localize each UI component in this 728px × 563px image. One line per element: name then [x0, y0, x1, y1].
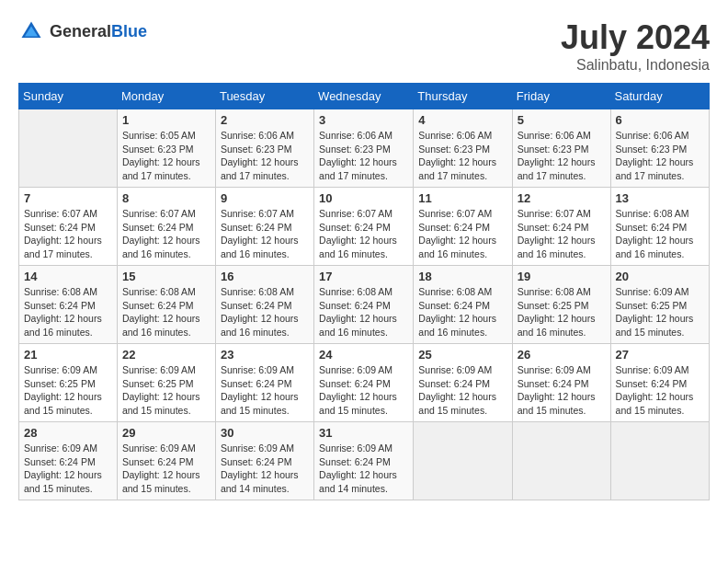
day-info: Sunrise: 6:08 AMSunset: 6:24 PMDaylight:…: [418, 285, 506, 339]
day-info: Sunrise: 6:07 AMSunset: 6:24 PMDaylight:…: [319, 207, 408, 261]
day-number: 3: [319, 113, 408, 127]
calendar-cell: [610, 422, 709, 500]
day-info: Sunrise: 6:09 AMSunset: 6:24 PMDaylight:…: [319, 442, 408, 496]
day-info: Sunrise: 6:08 AMSunset: 6:25 PMDaylight:…: [518, 285, 606, 339]
day-number: 22: [122, 348, 210, 362]
week-row-5: 28Sunrise: 6:09 AMSunset: 6:24 PMDayligh…: [19, 422, 710, 500]
calendar-cell: [414, 422, 512, 500]
day-info: Sunrise: 6:06 AMSunset: 6:23 PMDaylight:…: [221, 129, 309, 183]
day-info: Sunrise: 6:07 AMSunset: 6:24 PMDaylight:…: [24, 207, 112, 261]
calendar-cell: 29Sunrise: 6:09 AMSunset: 6:24 PMDayligh…: [117, 422, 215, 500]
calendar-cell: 8Sunrise: 6:07 AMSunset: 6:24 PMDaylight…: [117, 188, 215, 266]
day-info: Sunrise: 6:06 AMSunset: 6:23 PMDaylight:…: [319, 129, 408, 183]
day-info: Sunrise: 6:06 AMSunset: 6:23 PMDaylight:…: [518, 129, 606, 183]
day-info: Sunrise: 6:09 AMSunset: 6:24 PMDaylight:…: [122, 442, 210, 496]
page-header: GeneralBlue July 2024 Salinbatu, Indones…: [18, 18, 710, 74]
calendar-cell: 4Sunrise: 6:06 AMSunset: 6:23 PMDaylight…: [414, 109, 512, 188]
calendar-cell: 24Sunrise: 6:09 AMSunset: 6:24 PMDayligh…: [314, 344, 414, 422]
day-info: Sunrise: 6:09 AMSunset: 6:24 PMDaylight:…: [518, 363, 606, 418]
day-info: Sunrise: 6:09 AMSunset: 6:24 PMDaylight:…: [221, 363, 309, 418]
title-area: July 2024 Salinbatu, Indonesia: [561, 18, 710, 74]
calendar-cell: 12Sunrise: 6:07 AMSunset: 6:24 PMDayligh…: [512, 188, 610, 266]
day-info: Sunrise: 6:06 AMSunset: 6:23 PMDaylight:…: [616, 129, 704, 183]
day-number: 21: [24, 348, 112, 362]
day-number: 26: [518, 348, 606, 362]
day-number: 13: [616, 191, 704, 205]
day-info: Sunrise: 6:09 AMSunset: 6:24 PMDaylight:…: [418, 363, 506, 418]
logo-blue: Blue: [111, 22, 147, 40]
day-info: Sunrise: 6:08 AMSunset: 6:24 PMDaylight:…: [221, 285, 309, 339]
calendar-cell: 2Sunrise: 6:06 AMSunset: 6:23 PMDaylight…: [215, 109, 313, 188]
day-number: 7: [24, 191, 112, 205]
day-number: 31: [319, 426, 408, 440]
month-year: July 2024: [561, 18, 710, 57]
calendar-cell: 6Sunrise: 6:06 AMSunset: 6:23 PMDaylight…: [610, 109, 709, 188]
calendar-cell: 31Sunrise: 6:09 AMSunset: 6:24 PMDayligh…: [314, 422, 414, 500]
day-number: 1: [122, 113, 210, 127]
calendar-cell: 13Sunrise: 6:08 AMSunset: 6:24 PMDayligh…: [610, 188, 709, 266]
calendar-cell: 17Sunrise: 6:08 AMSunset: 6:24 PMDayligh…: [314, 266, 414, 344]
day-info: Sunrise: 6:05 AMSunset: 6:23 PMDaylight:…: [122, 129, 210, 183]
logo-icon: [18, 18, 44, 44]
day-info: Sunrise: 6:09 AMSunset: 6:24 PMDaylight:…: [24, 442, 112, 496]
day-info: Sunrise: 6:08 AMSunset: 6:24 PMDaylight:…: [319, 285, 408, 339]
day-number: 29: [122, 426, 210, 440]
day-info: Sunrise: 6:06 AMSunset: 6:23 PMDaylight:…: [418, 129, 506, 183]
calendar-cell: 10Sunrise: 6:07 AMSunset: 6:24 PMDayligh…: [314, 188, 414, 266]
calendar-cell: 7Sunrise: 6:07 AMSunset: 6:24 PMDaylight…: [19, 188, 118, 266]
day-info: Sunrise: 6:09 AMSunset: 6:24 PMDaylight:…: [616, 363, 704, 418]
day-header-monday: Monday: [117, 84, 215, 109]
day-header-tuesday: Tuesday: [215, 84, 313, 109]
day-header-friday: Friday: [512, 84, 610, 109]
day-number: 9: [221, 191, 309, 205]
calendar-cell: 30Sunrise: 6:09 AMSunset: 6:24 PMDayligh…: [215, 422, 313, 500]
calendar-cell: 28Sunrise: 6:09 AMSunset: 6:24 PMDayligh…: [19, 422, 118, 500]
day-info: Sunrise: 6:07 AMSunset: 6:24 PMDaylight:…: [518, 207, 606, 261]
day-number: 16: [221, 270, 309, 283]
day-number: 23: [221, 348, 309, 362]
day-header-saturday: Saturday: [610, 84, 709, 109]
logo: GeneralBlue: [18, 18, 147, 44]
days-header-row: SundayMondayTuesdayWednesdayThursdayFrid…: [19, 84, 710, 109]
calendar-table: SundayMondayTuesdayWednesdayThursdayFrid…: [18, 83, 710, 500]
week-row-3: 14Sunrise: 6:08 AMSunset: 6:24 PMDayligh…: [19, 266, 710, 344]
day-number: 14: [24, 270, 112, 283]
calendar-cell: 18Sunrise: 6:08 AMSunset: 6:24 PMDayligh…: [414, 266, 512, 344]
calendar-cell: 23Sunrise: 6:09 AMSunset: 6:24 PMDayligh…: [215, 344, 313, 422]
location: Salinbatu, Indonesia: [561, 57, 710, 74]
day-number: 17: [319, 270, 408, 283]
day-info: Sunrise: 6:08 AMSunset: 6:24 PMDaylight:…: [24, 285, 112, 339]
day-header-wednesday: Wednesday: [314, 84, 414, 109]
day-header-sunday: Sunday: [19, 84, 118, 109]
day-number: 15: [122, 270, 210, 283]
day-number: 25: [418, 348, 506, 362]
day-number: 8: [122, 191, 210, 205]
day-number: 2: [221, 113, 309, 127]
day-number: 24: [319, 348, 408, 362]
calendar-cell: 3Sunrise: 6:06 AMSunset: 6:23 PMDaylight…: [314, 109, 414, 188]
day-info: Sunrise: 6:07 AMSunset: 6:24 PMDaylight:…: [221, 207, 309, 261]
calendar-cell: 26Sunrise: 6:09 AMSunset: 6:24 PMDayligh…: [512, 344, 610, 422]
calendar-cell: 11Sunrise: 6:07 AMSunset: 6:24 PMDayligh…: [414, 188, 512, 266]
day-info: Sunrise: 6:07 AMSunset: 6:24 PMDaylight:…: [122, 207, 210, 261]
day-number: 27: [616, 348, 704, 362]
day-number: 18: [418, 270, 506, 283]
day-number: 11: [418, 191, 506, 205]
day-info: Sunrise: 6:09 AMSunset: 6:25 PMDaylight:…: [122, 363, 210, 418]
day-info: Sunrise: 6:09 AMSunset: 6:24 PMDaylight:…: [319, 363, 408, 418]
calendar-cell: 22Sunrise: 6:09 AMSunset: 6:25 PMDayligh…: [117, 344, 215, 422]
week-row-2: 7Sunrise: 6:07 AMSunset: 6:24 PMDaylight…: [19, 188, 710, 266]
calendar-cell: [512, 422, 610, 500]
day-number: 4: [418, 113, 506, 127]
calendar-cell: [19, 109, 118, 188]
day-info: Sunrise: 6:09 AMSunset: 6:25 PMDaylight:…: [24, 363, 112, 418]
day-info: Sunrise: 6:08 AMSunset: 6:24 PMDaylight:…: [616, 207, 704, 261]
calendar-cell: 21Sunrise: 6:09 AMSunset: 6:25 PMDayligh…: [19, 344, 118, 422]
day-number: 5: [518, 113, 606, 127]
day-info: Sunrise: 6:09 AMSunset: 6:25 PMDaylight:…: [616, 285, 704, 339]
calendar-cell: 20Sunrise: 6:09 AMSunset: 6:25 PMDayligh…: [610, 266, 709, 344]
calendar-cell: 1Sunrise: 6:05 AMSunset: 6:23 PMDaylight…: [117, 109, 215, 188]
day-info: Sunrise: 6:07 AMSunset: 6:24 PMDaylight:…: [418, 207, 506, 261]
calendar-cell: 19Sunrise: 6:08 AMSunset: 6:25 PMDayligh…: [512, 266, 610, 344]
day-number: 12: [518, 191, 606, 205]
